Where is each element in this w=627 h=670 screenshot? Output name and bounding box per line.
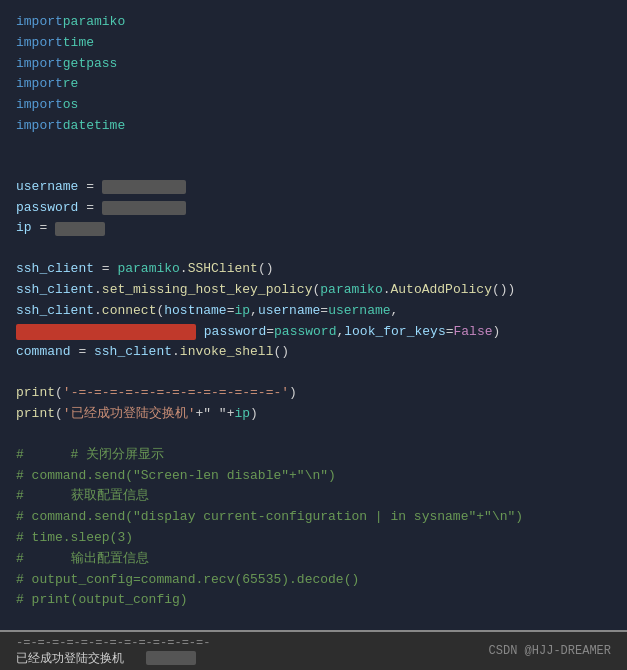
comment-display: # command.send("display current-configur… xyxy=(16,507,523,528)
code-editor: import paramiko import time import getpa… xyxy=(0,0,627,630)
line-comment-5: # print(output_config) xyxy=(16,590,611,611)
username-param: username xyxy=(258,301,320,322)
line-comment-heading1: # # 关闭分屏显示 xyxy=(16,445,611,466)
var-password: password xyxy=(16,198,78,219)
paramiko-ref: paramiko xyxy=(117,259,179,280)
import-keyword: import xyxy=(16,33,63,54)
comment-print-output: # print(output_config) xyxy=(16,590,188,611)
import-keyword: import xyxy=(16,116,63,137)
sep-string: '-=-=-=-=-=-=-=-=-=-=-=-=-=-' xyxy=(63,383,289,404)
line-policy: ssh_client . set_missing_host_key_policy… xyxy=(16,280,611,301)
line-comment-heading2: # 获取配置信息 xyxy=(16,486,611,507)
ip-val: ip xyxy=(234,301,250,322)
line-password: password = xyxy=(16,198,611,219)
redacted-username xyxy=(102,180,186,194)
line-2: import time xyxy=(16,33,611,54)
command-var: command xyxy=(16,342,71,363)
line-1: import paramiko xyxy=(16,12,611,33)
footer-credit: CSDN @HJJ-DREAMER xyxy=(489,644,611,658)
sshclient-func: SSHClient xyxy=(188,259,258,280)
ssh-client-ref: ssh_client xyxy=(16,280,94,301)
line-comment-heading3: # 输出配置信息 xyxy=(16,549,611,570)
blank-3 xyxy=(16,239,611,259)
import-keyword: import xyxy=(16,74,63,95)
connect-func: connect xyxy=(102,301,157,322)
line-5: import os xyxy=(16,95,611,116)
hostname-param: hostname xyxy=(164,301,226,322)
module-time: time xyxy=(63,33,94,54)
var-ip: ip xyxy=(16,218,32,239)
password-param: password xyxy=(196,322,266,343)
line-comment-3: # time.sleep(3) xyxy=(16,528,611,549)
module-datetime: datetime xyxy=(63,116,125,137)
line-connect1: ssh_client . connect ( hostname = ip , u… xyxy=(16,301,611,322)
password-val: password xyxy=(274,322,336,343)
comment-screen-len: # command.send("Screen-len disable"+"\n"… xyxy=(16,466,336,487)
footer-ip-redacted xyxy=(146,651,196,665)
module-os: os xyxy=(63,95,79,116)
module-paramiko: paramiko xyxy=(63,12,125,33)
footer-left-section: -=-=-=-=-=-=-=-=-=-=-=-=-=- 已经成功登陆交换机 xyxy=(16,636,210,667)
blank-4 xyxy=(16,363,611,383)
redacted-ip xyxy=(55,222,105,236)
line-invoke: command = ssh_client . invoke_shell () xyxy=(16,342,611,363)
line-comment-4: # output_config=command.recv(65535).deco… xyxy=(16,570,611,591)
footer-bar: -=-=-=-=-=-=-=-=-=-=-=-=-=- 已经成功登陆交换机 CS… xyxy=(0,630,627,670)
blank-2 xyxy=(16,157,611,177)
line-connect2: password = password , look_for_keys = Fa… xyxy=(16,322,611,343)
line-3: import getpass xyxy=(16,54,611,75)
ip-print: ip xyxy=(234,404,250,425)
blank-5 xyxy=(16,425,611,445)
print-func-1: print xyxy=(16,383,55,404)
var-username: username xyxy=(16,177,78,198)
line-4: import re xyxy=(16,74,611,95)
line-comment-2: # command.send("display current-configur… xyxy=(16,507,611,528)
username-val: username xyxy=(328,301,390,322)
comment-sleep: # time.sleep(3) xyxy=(16,528,133,549)
line-sshclient: ssh_client = paramiko . SSHClient () xyxy=(16,259,611,280)
line-print-msg: print ( '已经成功登陆交换机' +" "+ ip ) xyxy=(16,404,611,425)
set-policy-func: set_missing_host_key_policy xyxy=(102,280,313,301)
comment-close-screen: # # 关闭分屏显示 xyxy=(16,445,164,466)
footer-message: 已经成功登陆交换机 xyxy=(16,652,124,666)
look-for-keys-param: look_for_keys xyxy=(344,322,445,343)
line-ip: ip = xyxy=(16,218,611,239)
line-comment-1: # command.send("Screen-len disable"+"\n"… xyxy=(16,466,611,487)
false-keyword: False xyxy=(454,322,493,343)
import-keyword: import xyxy=(16,54,63,75)
module-re: re xyxy=(63,74,79,95)
module-getpass: getpass xyxy=(63,54,118,75)
import-keyword: import xyxy=(16,95,63,116)
footer-separator: -=-=-=-=-=-=-=-=-=-=-=-=-=- xyxy=(16,636,210,650)
autoaddpolicy-func: AutoAddPolicy xyxy=(391,280,492,301)
print-func-2: print xyxy=(16,404,55,425)
msg-string: '已经成功登陆交换机' xyxy=(63,404,196,425)
ssh-client-var: ssh_client xyxy=(16,259,94,280)
line-print-sep: print ( '-=-=-=-=-=-=-=-=-=-=-=-=-=-' ) xyxy=(16,383,611,404)
ssh-invoke-ref: ssh_client xyxy=(94,342,172,363)
blank-1 xyxy=(16,137,611,157)
redacted-connect xyxy=(16,324,196,340)
paramiko-policy: paramiko xyxy=(320,280,382,301)
redacted-password xyxy=(102,201,186,215)
line-6: import datetime xyxy=(16,116,611,137)
line-username: username = xyxy=(16,177,611,198)
ssh-client-connect: ssh_client xyxy=(16,301,94,322)
comment-get-config: # 获取配置信息 xyxy=(16,486,149,507)
import-keyword: import xyxy=(16,12,63,33)
comment-recv: # output_config=command.recv(65535).deco… xyxy=(16,570,359,591)
invoke-shell-func: invoke_shell xyxy=(180,342,274,363)
comment-output-config: # 输出配置信息 xyxy=(16,549,149,570)
